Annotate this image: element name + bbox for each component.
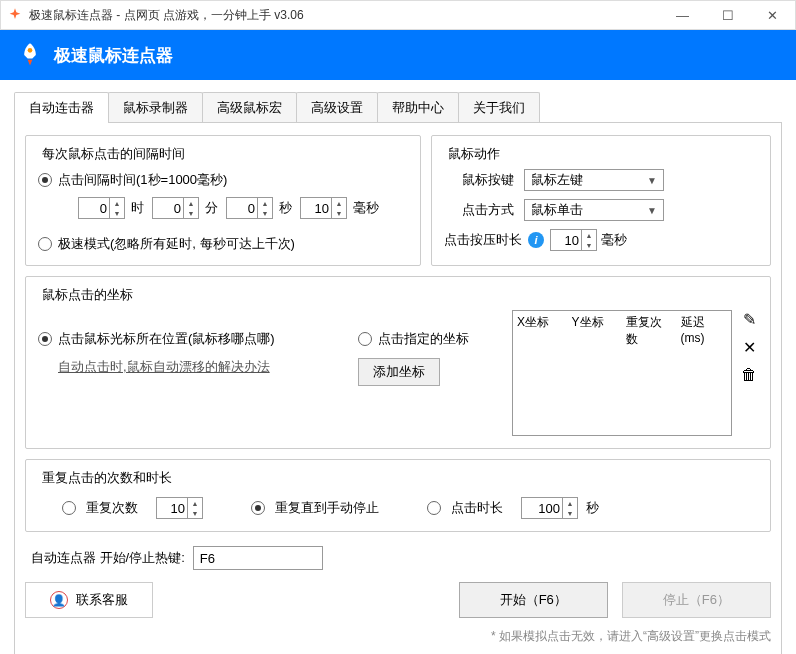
mouse-action-fieldset: 鼠标动作 鼠标按键 鼠标左键▼ 点击方式 鼠标单击▼ 点击按压时长 i ▲▼ 毫… [431,135,771,266]
radio-cursor-label: 点击鼠标光标所在位置(鼠标移哪点哪) [58,330,275,348]
contact-support-button[interactable]: 👤 联系客服 [25,582,153,618]
start-button[interactable]: 开始（F6） [459,582,608,618]
add-coord-button[interactable]: 添加坐标 [358,358,440,386]
tab-macro[interactable]: 高级鼠标宏 [202,92,297,123]
tab-advanced[interactable]: 高级设置 [296,92,378,123]
interval-legend: 每次鼠标点击的间隔时间 [38,145,189,163]
radio-fast-mode[interactable] [38,237,52,251]
repeat-fieldset: 重复点击的次数和时长 重复次数 ▲▼ 重复直到手动停止 点击时长 ▲▼ 秒 [25,459,771,532]
maximize-button[interactable]: ☐ [705,1,750,29]
coord-table-header: X坐标 Y坐标 重复次数 延迟(ms) [513,311,731,351]
press-duration-spinner[interactable]: ▲▼ [550,229,597,251]
radio-fixed-label: 点击指定的坐标 [378,330,469,348]
window-titlebar: 极速鼠标连点器 - 点网页 点游戏，一分钟上手 v3.06 — ☐ ✕ [0,0,796,30]
minutes-spinner[interactable]: ▲▼ [152,197,199,219]
ms-spinner[interactable]: ▲▼ [300,197,347,219]
radio-repeat-until-stop[interactable] [251,501,265,515]
radio-repeat-duration[interactable] [427,501,441,515]
duration-input[interactable] [522,501,562,516]
drift-help-link[interactable]: 自动点击时,鼠标自动漂移的解决办法 [58,358,270,376]
mouse-action-legend: 鼠标动作 [444,145,504,163]
close-button[interactable]: ✕ [750,1,795,29]
footer-note: * 如果模拟点击无效，请进入“高级设置”更换点击模式 [25,628,771,645]
app-icon [7,7,23,23]
hotkey-input[interactable] [193,546,323,570]
repeat-count-input[interactable] [157,501,187,516]
svg-point-0 [28,48,33,53]
main-panel: 每次鼠标点击的间隔时间 点击间隔时间(1秒=1000毫秒) ▲▼ 时 ▲▼ 分 … [14,122,782,654]
coord-table[interactable]: X坐标 Y坐标 重复次数 延迟(ms) [512,310,732,436]
click-mode-select[interactable]: 鼠标单击▼ [524,199,664,221]
radio-interval-label: 点击间隔时间(1秒=1000毫秒) [58,171,227,189]
radio-fixed-coords[interactable] [358,332,372,346]
tab-auto-clicker[interactable]: 自动连击器 [14,92,109,123]
edit-icon[interactable]: ✎ [740,310,758,328]
interval-fieldset: 每次鼠标点击的间隔时间 点击间隔时间(1秒=1000毫秒) ▲▼ 时 ▲▼ 分 … [25,135,421,266]
tab-help[interactable]: 帮助中心 [377,92,459,123]
hours-spinner[interactable]: ▲▼ [78,197,125,219]
chevron-down-icon: ▼ [647,175,657,186]
info-icon[interactable]: i [528,232,544,248]
ms-input[interactable] [301,201,331,216]
tab-recorder[interactable]: 鼠标录制器 [108,92,203,123]
app-header: 极速鼠标连点器 [0,30,796,80]
radio-fast-label: 极速模式(忽略所有延时, 每秒可达上千次) [58,235,295,253]
tab-about[interactable]: 关于我们 [458,92,540,123]
coords-legend: 鼠标点击的坐标 [38,286,137,304]
repeat-count-spinner[interactable]: ▲▼ [156,497,203,519]
tab-bar: 自动连击器 鼠标录制器 高级鼠标宏 高级设置 帮助中心 关于我们 [0,92,796,123]
hours-input[interactable] [79,201,109,216]
radio-interval-mode[interactable] [38,173,52,187]
seconds-spinner[interactable]: ▲▼ [226,197,273,219]
radio-cursor-position[interactable] [38,332,52,346]
minutes-input[interactable] [153,201,183,216]
mouse-button-select[interactable]: 鼠标左键▼ [524,169,664,191]
header-title: 极速鼠标连点器 [54,44,173,67]
minimize-button[interactable]: — [660,1,705,29]
coords-fieldset: 鼠标点击的坐标 点击鼠标光标所在位置(鼠标移哪点哪) 自动点击时,鼠标自动漂移的… [25,276,771,449]
delete-icon[interactable]: 🗑 [740,366,758,384]
rocket-icon [16,41,44,69]
duration-spinner[interactable]: ▲▼ [521,497,578,519]
person-icon: 👤 [50,591,68,609]
remove-icon[interactable]: ✕ [740,338,758,356]
hotkey-label: 自动连点器 开始/停止热键: [31,549,185,567]
stop-button: 停止（F6） [622,582,771,618]
press-duration-input[interactable] [551,233,581,248]
seconds-input[interactable] [227,201,257,216]
chevron-down-icon: ▼ [647,205,657,216]
radio-repeat-count[interactable] [62,501,76,515]
window-title: 极速鼠标连点器 - 点网页 点游戏，一分钟上手 v3.06 [29,7,660,24]
repeat-legend: 重复点击的次数和时长 [38,469,176,487]
